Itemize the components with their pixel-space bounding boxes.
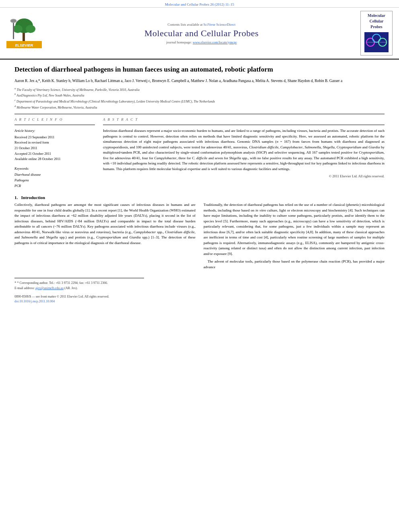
- affiliation-b: b AusDiagnostics Pty Ltd, New South Wale…: [14, 92, 385, 98]
- doi-line: doi:10.1016/j.mcp.2011.10.004: [14, 299, 385, 304]
- article-info-header: A R T I C L E I N F O: [14, 117, 95, 121]
- sciencedirect-link[interactable]: SciVerse ScienceDirect: [204, 23, 236, 27]
- journal-header: ELSEVIER Contents lists available at Sci…: [0, 8, 399, 60]
- accepted-date: Accepted 21 October 2011: [14, 151, 95, 157]
- available-online: Available online 28 October 2011: [14, 156, 95, 162]
- corresponding-author-note: * * Corresponding author. Tel.: +61 3 97…: [14, 280, 385, 286]
- article-info-block: Article history: Received 23 September 2…: [14, 128, 95, 189]
- issn-line: 0890-8508/$ — see front matter © 2011 El…: [14, 294, 385, 299]
- svg-text:ELSEVIER: ELSEVIER: [15, 43, 33, 47]
- svg-point-5: [26, 25, 35, 33]
- abstract-column: A B S T R A C T Infectious diarrhoeal di…: [103, 117, 385, 189]
- svg-point-4: [13, 25, 23, 33]
- article-title: Detection of diarrhoeal pathogens in hum…: [14, 65, 385, 74]
- svg-rect-8: [12, 20, 16, 22]
- journal-citation-bar: Molecular and Cellular Probes 26 (2012) …: [0, 0, 399, 8]
- intro-left-para1: Collectively, diarrhoeal pathogens are a…: [14, 202, 195, 246]
- authors-line: Aaron R. Jex a,*, Keith K. Stanley b, Wi…: [14, 78, 385, 84]
- page: Molecular and Cellular Probes 26 (2012) …: [0, 0, 399, 532]
- journal-citation: Molecular and Cellular Probes 26 (2012) …: [165, 2, 234, 6]
- abstract-text: Infectious diarrhoeal diseases represent…: [103, 128, 385, 172]
- logo-title-line3: Probes: [362, 24, 391, 30]
- intro-section: 1. Introduction Collectively, diarrhoeal…: [14, 195, 385, 272]
- intro-right-para1: Traditionally, the detection of diarrhoe…: [204, 202, 385, 257]
- mcp-logo-svg: [364, 32, 389, 52]
- abstract-divider: [103, 125, 385, 125]
- revised-label: Received in revised form: [14, 140, 95, 146]
- logo-title-line1: Molecular: [362, 13, 391, 18]
- journal-logo-right: Molecular Cellular Probes: [360, 11, 393, 55]
- email-link[interactable]: ajex@unimelb.edu.au: [35, 286, 64, 290]
- affiliation-d: d Melbourne Water Corporation, Melbourne…: [14, 104, 385, 110]
- homepage-label: journal homepage:: [166, 40, 192, 44]
- keywords-label: Keywords:: [14, 166, 95, 172]
- article-info-divider: [14, 125, 95, 125]
- intro-heading: Introduction: [21, 195, 45, 200]
- elsevier-logo-left: ELSEVIER: [6, 17, 43, 50]
- contents-text: Contents lists available at: [168, 23, 203, 27]
- article-info-column: A R T I C L E I N F O Article history: R…: [14, 117, 95, 189]
- article-body: Detection of diarrhoeal pathogens in hum…: [0, 60, 399, 310]
- doi-link[interactable]: doi:10.1016/j.mcp.2011.10.004: [14, 300, 55, 303]
- abstract-header: A B S T R A C T: [103, 117, 385, 121]
- article-info-abstract-row: A R T I C L E I N F O Article history: R…: [14, 117, 385, 189]
- revised-date: 21 October 2011: [14, 146, 95, 151]
- keyword-3: PCR: [14, 183, 95, 189]
- logo-title-line2: Cellular: [362, 18, 391, 24]
- elsevier-tree-svg: ELSEVIER: [6, 17, 42, 49]
- journal-homepage: journal homepage: www.elsevier.com/locat…: [47, 40, 356, 44]
- journal-logo-box: Molecular Cellular Probes: [360, 11, 393, 55]
- received-date: Received 23 September 2011: [14, 135, 95, 140]
- affiliation-c: c Department of Parasitology and Medical…: [14, 98, 385, 104]
- affiliation-a: a The Faculty of Veterinary Science, Uni…: [14, 86, 385, 92]
- keyword-1: Diarrhoeal disease: [14, 172, 95, 178]
- homepage-url[interactable]: www.elsevier.com/locate/ymcpr: [193, 40, 237, 44]
- footnotes: * * Corresponding author. Tel.: +61 3 97…: [14, 280, 385, 291]
- svg-rect-6: [13, 21, 14, 39]
- intro-two-col: Collectively, diarrhoeal pathogens are a…: [14, 202, 385, 272]
- intro-title: 1. Introduction: [14, 195, 385, 200]
- intro-left-col: Collectively, diarrhoeal pathogens are a…: [14, 202, 195, 272]
- keyword-2: Pathogens: [14, 178, 95, 183]
- journal-header-center: Contents lists available at SciVerse Sci…: [47, 23, 356, 44]
- journal-title: Molecular and Cellular Probes: [47, 28, 356, 39]
- doi-section: 0890-8508/$ — see front matter © 2011 El…: [14, 294, 385, 304]
- email-note: E-mail address: ajex@unimelb.edu.au (AR.…: [14, 286, 385, 291]
- intro-right-para2: The advent of molecular tools, particula…: [204, 259, 385, 270]
- article-history-label: Article history:: [14, 128, 95, 134]
- header-divider: [14, 114, 385, 114]
- contents-line: Contents lists available at SciVerse Sci…: [47, 23, 356, 27]
- authors-text: Aaron R. Jex a,*, Keith K. Stanley b, Wi…: [14, 79, 342, 83]
- intro-number: 1.: [14, 195, 18, 200]
- intro-right-col: Traditionally, the detection of diarrhoe…: [204, 202, 385, 272]
- footnote-divider: [14, 278, 144, 278]
- affiliations: a The Faculty of Veterinary Science, Uni…: [14, 86, 385, 110]
- keywords-list: Diarrhoeal disease Pathogens PCR: [14, 172, 95, 189]
- copyright-line: © 2011 Elsevier Ltd. All rights reserved…: [103, 174, 385, 178]
